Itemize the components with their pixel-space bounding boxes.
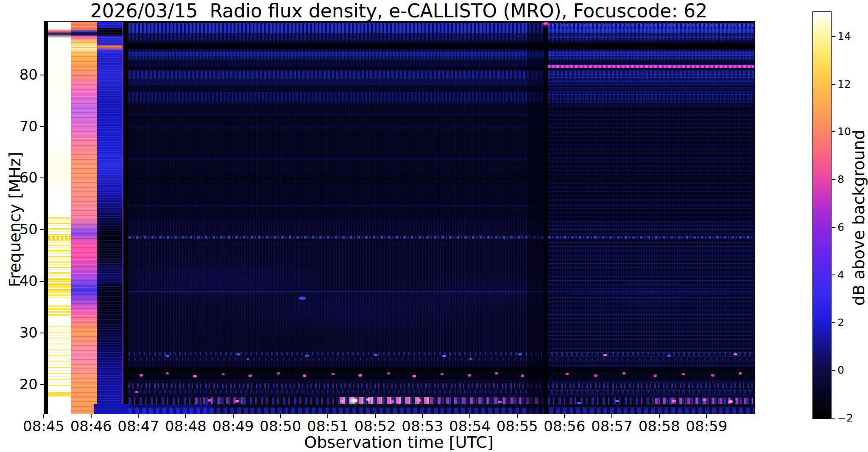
rfi-speckle — [577, 402, 581, 404]
spectrogram-layer — [430, 397, 539, 404]
rfi-speckle — [468, 374, 471, 377]
colorbar-tick-label: 6 — [837, 221, 844, 233]
spectrogram-layer — [128, 106, 754, 220]
rfi-speckle — [603, 354, 607, 356]
chart-title: 2026/03/15 Radio flux density, e-CALLIST… — [44, 2, 754, 20]
rfi-speckle — [682, 373, 685, 375]
colorbar — [812, 11, 832, 419]
rfi-speckle — [667, 355, 671, 357]
colorbar-tick-mark — [832, 84, 835, 85]
y-tick-mark — [40, 177, 44, 178]
spectrogram-layer — [122, 22, 123, 414]
x-tick-label: 08:59 — [673, 418, 740, 435]
rfi-speckle — [222, 373, 225, 375]
y-tick-mark — [40, 281, 44, 282]
rfi-speckle — [351, 399, 357, 402]
rfi-speckle — [728, 400, 733, 403]
spectrogram-layer — [48, 326, 71, 388]
y-tick-mark — [40, 75, 44, 75]
colorbar-tick-label: 2 — [837, 316, 844, 329]
rfi-speckle — [442, 355, 446, 357]
rfi-speckle — [332, 373, 335, 375]
spectrogram-layer — [128, 205, 754, 207]
y-tick-mark — [40, 384, 44, 385]
rfi-speckle — [672, 400, 676, 402]
spectrogram-layer — [128, 246, 547, 364]
spectrogram-layer — [128, 367, 754, 372]
rfi-speckle — [277, 372, 280, 374]
rfi-speckle — [653, 374, 657, 377]
rfi-speckle — [237, 353, 240, 355]
spectrogram-layer — [547, 24, 754, 26]
colorbar-tick-label: 8 — [837, 173, 844, 186]
rfi-speckle — [248, 374, 252, 377]
rfi-speckle — [734, 353, 737, 355]
spectrogram-layer — [128, 408, 754, 414]
spectrogram-layer — [547, 246, 754, 364]
spectrogram-layer — [547, 29, 754, 33]
colorbar-tick-label: 4 — [837, 269, 844, 281]
y-tick-label: 30 — [10, 324, 38, 341]
rfi-speckle — [140, 374, 143, 377]
y-tick-mark — [40, 126, 44, 127]
spectrogram-layer — [195, 397, 248, 404]
spectrogram-layer — [48, 392, 71, 397]
rfi-speckle — [299, 297, 306, 300]
rfi-speckle — [341, 400, 345, 402]
rfi-speckle — [441, 373, 444, 375]
spectrogram-layer — [128, 405, 754, 408]
rfi-speckle — [246, 358, 249, 360]
rfi-speckle — [235, 400, 239, 402]
rfi-speckle — [135, 391, 138, 393]
spectrogram-layer — [128, 291, 754, 292]
colorbar-tick-mark — [832, 227, 835, 228]
y-tick-label: 20 — [10, 376, 38, 393]
rfi-speckle — [305, 355, 309, 357]
y-tick-label: 80 — [10, 66, 38, 83]
spectrogram-layer — [128, 390, 754, 394]
rfi-speckle — [521, 374, 524, 377]
x-axis-label: Observation time [UTC] — [44, 433, 754, 452]
y-tick-mark — [40, 229, 44, 230]
colorbar-label: dB above background — [849, 129, 868, 307]
rfi-speckle — [469, 358, 472, 360]
spectrogram-layer — [547, 70, 754, 95]
colorbar-tick-mark — [832, 322, 835, 323]
spectrogram-layer — [71, 22, 97, 414]
colorbar-tick-label: 0 — [837, 364, 844, 376]
spectrogram-layer — [128, 43, 754, 49]
spectrogram-layer — [547, 52, 754, 60]
colorbar-tick-mark — [832, 275, 835, 275]
rfi-speckle — [703, 399, 706, 401]
y-axis-label: Frequency [MHz] — [6, 130, 24, 308]
spectrogram-layer — [123, 22, 128, 414]
colorbar-tick-mark — [832, 370, 835, 371]
rfi-speckle — [498, 401, 502, 403]
rfi-speckle — [544, 22, 548, 25]
colorbar-tick-label: 12 — [837, 78, 851, 90]
rfi-speckle — [193, 375, 197, 377]
spectrogram-layer — [128, 158, 754, 161]
colorbar-tick-label: −2 — [837, 412, 853, 424]
y-tick-mark — [40, 333, 44, 333]
rfi-speckle — [165, 355, 169, 357]
spectrogram-layer — [97, 22, 123, 414]
rfi-speckle — [711, 374, 714, 377]
rfi-speckle — [413, 375, 416, 377]
plot-area — [44, 21, 755, 414]
spectrogram-layer — [547, 36, 754, 38]
spectrogram-layer — [128, 238, 754, 241]
spectrogram-layer — [128, 383, 754, 388]
spectrogram-layer — [128, 358, 754, 360]
spectrogram-layer — [128, 352, 754, 355]
spectrogram-layer — [48, 236, 71, 239]
rfi-speckle — [615, 400, 619, 402]
colorbar-tick-mark — [832, 36, 835, 37]
colorbar-tick-mark — [832, 179, 835, 180]
colorbar-tick-mark — [832, 131, 835, 132]
colorbar-tick-mark — [832, 418, 835, 419]
rfi-speckle — [390, 400, 394, 403]
spectrogram-layer — [544, 22, 548, 414]
spectrogram-layer — [527, 22, 544, 414]
spectrogram-layer — [44, 22, 48, 414]
